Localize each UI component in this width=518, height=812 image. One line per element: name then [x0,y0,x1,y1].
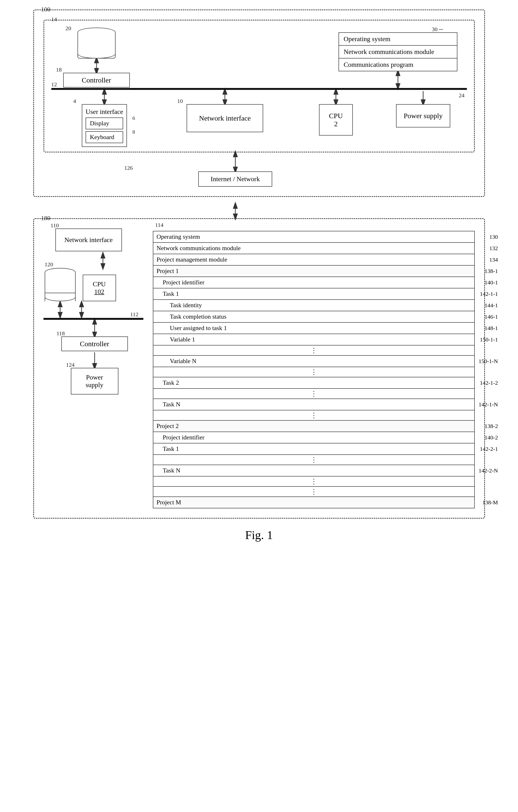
cpu-box-top: CPU 2 [319,104,353,136]
arrow-bus-controller-bottom [90,320,99,337]
ds-dots-3: ⋮ [153,389,474,399]
ref-144-1: 144-1 [485,302,498,309]
ds-dots-4: ⋮ [153,410,474,420]
ref-4: 4 [73,98,76,105]
ref-112: 112 [130,311,138,318]
internet-box: Internet / Network [198,171,272,187]
ds-taskN-p2: Task N 142-2-N [153,465,474,476]
ref-120: 120 [45,261,53,268]
arrow-sw-bus [393,71,403,88]
inner-computer-system: 14 20 [44,20,475,152]
ref-150-1-1: 150-1-1 [480,337,498,343]
ref-124: 124 [66,361,75,368]
ref-130: 130 [489,234,498,240]
bus-line-top [51,88,467,90]
ref-138-2: 138-2 [485,423,498,429]
comm-prog-row: Communications program [339,58,457,71]
os-row: Operating system [339,32,457,46]
arrows-db-cpu-bus [53,301,100,318]
cpu-bottom-label: CPU [90,280,108,288]
ds-dots-2: ⋮ [153,367,474,377]
ds-task2: Task 2 142-1-2 [153,377,474,389]
ds-taskN: Task N 142-1-N [153,399,474,410]
bottom-section: 180 110 Network interface [33,218,485,519]
ref-142-1-N: 142-1-N [479,401,498,408]
keyboard-box: Keyboard [86,131,123,143]
ref-142-2-1: 142-2-1 [480,446,498,452]
cpu-bottom-num: 102 [90,288,108,295]
ds-user-assigned: User assigned to task 1 148-1 [153,323,474,334]
cpu-label: CPU [329,112,343,120]
ds-dots-5: ⋮ [153,455,474,465]
ref-110: 110 [51,222,59,229]
arrow-bus-network [220,90,230,104]
arrow-bus-power [419,90,428,104]
top-section: 100 14 20 [33,9,485,197]
controller-box-bottom: Controller [61,337,128,351]
ds-variable1: Variable 1 150-1-1 [153,334,474,346]
arrow-bus-cpu [331,90,341,104]
arrow-ni-bus-bottom [98,254,108,268]
network-interface-box-top: Network interface [186,104,263,132]
ref-8: 8 [133,129,135,135]
arrow-network-internet [231,152,240,171]
ds-task-completion: Task completion status 146-1 [153,311,474,323]
cpu-box-bottom: CPU 102 [83,274,116,301]
ref-114: 114 [155,222,164,228]
net-comm-row: Network communications module [339,46,457,58]
ref-14: 14 [51,16,57,23]
left-panel: 110 Network interface [44,229,143,509]
controller-box-top: Controller [63,73,130,87]
ref-118: 118 [57,330,65,337]
display-box: Display [86,117,123,129]
ds-os: Operating system 130 [153,231,474,243]
ref-142-1-1: 142-1-1 [480,291,498,297]
arrow-ctrl-power-bottom [90,351,99,368]
ref-150-1-N: 150-1-N [479,358,498,365]
ref-180: 180 [41,215,50,222]
ref-12: 12 [51,81,57,88]
cpu-num: 2 [329,120,343,128]
power-supply-box-bottom: Power supply [71,368,118,395]
ref-10: 10 [177,98,183,105]
ds-proj-id-2: Project identifier 140-2 [153,432,474,443]
bottom-inner: 110 Network interface [44,229,475,509]
ref-126: 126 [124,165,133,171]
ds-dots-7: ⋮ [153,487,474,497]
ref-140-1: 140-1 [485,280,498,286]
arrow-db-controller [92,58,101,73]
ref-138-M: 138-M [482,499,498,506]
ds-task-identity: Task identity 144-1 [153,300,474,311]
ref-6: 6 [133,115,135,121]
ds-proj-id-1: Project identifier 140-1 [153,277,474,288]
ds-task1-p2: Task 1 142-2-1 [153,443,474,455]
arrow-bus-ui [99,90,109,104]
ds-dots-6: ⋮ [153,476,474,487]
ds-variableN: Variable N 150-1-N [153,356,474,367]
ref-134: 134 [489,257,498,263]
ref-148-1: 148-1 [485,325,498,331]
ref-138-1: 138-1 [485,268,498,274]
ref-132: 132 [489,245,498,252]
page-container: 100 14 20 [21,9,497,542]
ds-task1: Task 1 142-1-1 [153,288,474,300]
ref-142-1-2: 142-1-2 [480,380,498,386]
ds-net-comm: Network communications module 132 [153,243,474,254]
ds-proj-mgmt: Project management module 134 [153,254,474,266]
ref-20: 20 [66,25,71,32]
user-interface-label: User interface [86,108,123,116]
user-interface-box: User interface 6 Display 8 Keyboard [82,104,127,147]
fig-label: Fig. 1 [245,528,273,542]
data-structure: Operating system 130 Network communicati… [153,231,475,509]
bus-line-bottom [44,318,143,320]
software-stack-top: Operating system Network communications … [339,32,457,71]
ref-140-2: 140-2 [485,434,498,441]
ref-146-1: 146-1 [485,314,498,320]
network-interface-box-bottom: Network interface [55,229,122,251]
ref-142-2-N: 142-2-N [479,467,498,474]
arrow-internet-bottom [231,204,240,218]
right-panel: 114 Operating system 130 Network communi… [153,229,475,509]
ds-project2: Project 2 138-2 [153,420,474,432]
ref-18: 18 [56,66,62,73]
ds-project1: Project 1 138-1 [153,266,474,277]
